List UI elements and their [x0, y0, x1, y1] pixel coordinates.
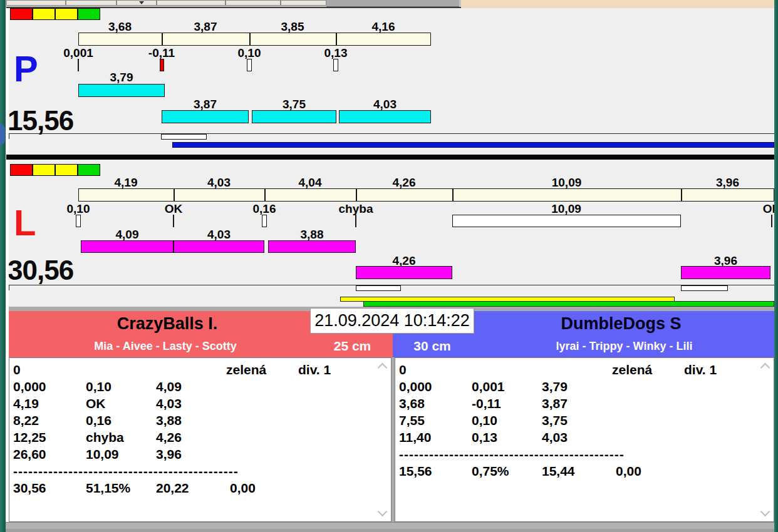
split-time-label: 4,03	[182, 176, 257, 190]
result-cell: 0	[399, 362, 407, 377]
change-label: OK	[136, 202, 211, 216]
result-cell: -0,11	[472, 396, 501, 411]
course-letter-p: P	[14, 51, 38, 87]
result-cell: zelená	[226, 362, 266, 377]
window-border-right	[774, 0, 778, 532]
results-panel-right: 0zelenádiv. 10,0000,0013,793,68-0,113,87…	[395, 357, 774, 522]
result-cell: 30,56	[13, 481, 46, 496]
split-time-label: 4,19	[88, 176, 163, 190]
result-cell: 0,00	[616, 464, 641, 479]
dog-time-label: 3,79	[84, 71, 159, 84]
jump-height-right: 30 cm	[395, 339, 470, 354]
split-bar	[78, 33, 431, 46]
toolbar-segment	[6, 0, 66, 6]
split-divider	[356, 189, 357, 201]
scroll-down-icon[interactable]	[378, 507, 388, 517]
dog-run-bar	[162, 110, 249, 123]
track-marker-box	[356, 285, 401, 291]
result-cell: 0,10	[472, 413, 497, 428]
result-cell: 4,09	[156, 379, 182, 394]
split-divider	[264, 189, 266, 201]
window-border-left	[0, 0, 6, 532]
result-cell: div. 1	[684, 362, 717, 377]
result-cell: 0,13	[472, 430, 497, 445]
dog-run-bar	[78, 84, 165, 97]
result-cell: 3,75	[542, 413, 568, 428]
change-marker	[262, 215, 267, 227]
change-label: 0,13	[298, 46, 373, 60]
split-time-label: 4,26	[366, 176, 442, 190]
change-label: 0,10	[212, 46, 287, 60]
result-cell: 0,000	[399, 379, 432, 394]
split-time-label: 10,09	[529, 176, 604, 190]
change-label: OK	[734, 202, 774, 216]
split-divider	[681, 189, 682, 201]
timing-app-window: 3,683,873,854,16 0,001-0,110,100,13 3,79…	[0, 0, 778, 532]
toolbar-gray-bar	[326, 0, 459, 7]
run-panel-l: 4,194,034,044,2610,093,96 0,10OK0,16chyb…	[0, 160, 774, 307]
dog-time-label: 4,03	[182, 228, 257, 242]
dog-run-bar	[339, 110, 431, 123]
status-lights	[10, 164, 774, 176]
panel-separator	[6, 155, 774, 160]
split-divider	[162, 33, 163, 45]
toolbar-segment	[281, 0, 326, 6]
change-tick	[78, 59, 79, 71]
toolbar-segment	[66, 0, 117, 6]
status-square	[10, 8, 33, 20]
result-cell: 8,22	[13, 413, 39, 428]
background-icon	[0, 124, 5, 145]
split-time-label: 3,85	[255, 20, 330, 34]
jump-height-left: 25 cm	[313, 339, 392, 354]
result-cell: 15,44	[542, 464, 575, 479]
change-marker	[160, 59, 164, 71]
background-toolbar-strip	[0, 0, 778, 8]
result-cell: 0,000	[13, 379, 46, 394]
result-cell: ----------------------------------------…	[13, 464, 239, 479]
result-cell: 51,15%	[86, 481, 130, 496]
toolbar-underline	[6, 7, 461, 8]
result-cell: 15,56	[399, 464, 432, 479]
dog-time-label: 3,75	[257, 98, 332, 111]
progress-bar	[363, 301, 774, 307]
split-time-label: 4,16	[346, 20, 421, 34]
change-marker	[76, 215, 81, 227]
result-cell: 0,001	[472, 379, 505, 394]
course-total-p: 15,56	[8, 107, 73, 135]
dog-run-bar	[252, 110, 336, 123]
status-square	[33, 164, 55, 176]
run-panel-p: 3,683,873,854,16 0,001-0,110,100,13 3,79…	[0, 8, 774, 155]
scroll-up-icon[interactable]	[378, 363, 388, 373]
window-bottom-bar-dark	[0, 529, 778, 532]
result-cell: 3,68	[399, 396, 425, 411]
result-cell: OK	[86, 396, 106, 411]
results-panel-left: 0zelenádiv. 10,0000,104,094,19OK4,038,22…	[9, 357, 392, 522]
team-name-right: DumbleDogs S	[468, 314, 774, 333]
result-cell: 7,55	[399, 413, 425, 428]
result-cell: 0,75%	[472, 464, 509, 479]
dropdown-caret-icon	[139, 1, 144, 4]
result-cell: 0,10	[86, 379, 112, 394]
status-lights	[10, 8, 774, 20]
result-cell: chyba	[86, 430, 124, 445]
dog-run-bar	[268, 240, 356, 253]
result-cell: 4,19	[13, 396, 39, 411]
change-tick	[355, 215, 356, 227]
scroll-up-icon[interactable]	[760, 363, 770, 373]
result-cell: 4,03	[156, 396, 182, 411]
toolbar-segment	[117, 0, 157, 6]
background-window-strip	[461, 0, 778, 8]
track-marker-box	[681, 285, 728, 291]
datetime-display: 21.09.2024 10:14:22	[310, 308, 474, 334]
scroll-down-icon[interactable]	[760, 507, 770, 517]
result-cell: zelená	[612, 362, 652, 377]
change-tick	[173, 215, 174, 227]
change-label: chyba	[318, 202, 393, 216]
dog-run-bar	[356, 266, 452, 279]
result-cell: 10,09	[86, 447, 119, 462]
split-time-label: 4,04	[272, 176, 348, 190]
status-square	[78, 164, 100, 176]
course-letter-l: L	[14, 205, 35, 241]
team-dogs-right: lyrai - Trippy - Winky - Lili	[474, 340, 774, 354]
split-bar	[78, 188, 774, 202]
